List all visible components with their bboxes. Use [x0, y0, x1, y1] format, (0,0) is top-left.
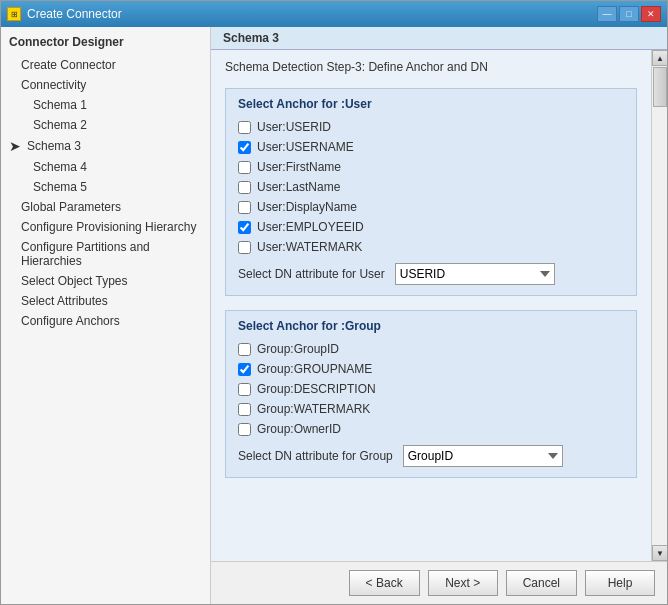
checkbox-user-lastname-label: User:LastName	[257, 180, 340, 194]
checkbox-user-username: User:USERNAME	[238, 139, 624, 155]
sidebar-item-label: Select Object Types	[21, 274, 128, 288]
sidebar-item-label: Schema 5	[33, 180, 87, 194]
group-dn-select[interactable]: GroupID GROUPNAME DESCRIPTION WATERMARK …	[403, 445, 563, 467]
next-button[interactable]: Next >	[428, 570, 498, 596]
user-section-title: Select Anchor for :User	[238, 97, 624, 111]
sidebar-item-schema-1[interactable]: Schema 1	[1, 95, 210, 115]
main-panel: Schema 3 Schema Detection Step-3: Define…	[211, 27, 667, 604]
footer: < Back Next > Cancel Help	[211, 561, 667, 604]
scroll-down-button[interactable]: ▼	[652, 545, 667, 561]
minimize-button[interactable]: —	[597, 6, 617, 22]
group-section-title: Select Anchor for :Group	[238, 319, 624, 333]
sidebar-item-configure-partitions[interactable]: Configure Partitions and Hierarchies	[1, 237, 210, 271]
checkbox-user-displayname-label: User:DisplayName	[257, 200, 357, 214]
checkbox-user-userid: User:USERID	[238, 119, 624, 135]
sidebar-header: Connector Designer	[1, 31, 210, 55]
sidebar-item-label: Schema 4	[33, 160, 87, 174]
checkbox-group-groupid-label: Group:GroupID	[257, 342, 339, 356]
sidebar-item-label: Configure Anchors	[21, 314, 120, 328]
checkbox-user-watermark: User:WATERMARK	[238, 239, 624, 255]
panel-header: Schema 3	[211, 27, 667, 50]
content-area: Connector Designer Create Connector Conn…	[1, 27, 667, 604]
sidebar-item-schema-3[interactable]: ➤ Schema 3	[1, 135, 210, 157]
checkbox-user-firstname-input[interactable]	[238, 161, 251, 174]
checkbox-user-userid-input[interactable]	[238, 121, 251, 134]
sidebar-item-schema-5[interactable]: Schema 5	[1, 177, 210, 197]
panel-content-wrapper: Schema Detection Step-3: Define Anchor a…	[211, 50, 667, 561]
checkbox-group-description-label: Group:DESCRIPTION	[257, 382, 376, 396]
window-title: Create Connector	[27, 7, 122, 21]
sidebar-item-global-parameters[interactable]: Global Parameters	[1, 197, 210, 217]
checkbox-user-watermark-input[interactable]	[238, 241, 251, 254]
sidebar-item-configure-provisioning[interactable]: Configure Provisioning Hierarchy	[1, 217, 210, 237]
checkbox-group-groupname-label: Group:GROUPNAME	[257, 362, 372, 376]
sidebar-item-label: Schema 2	[33, 118, 87, 132]
checkbox-group-watermark-label: Group:WATERMARK	[257, 402, 370, 416]
checkbox-group-groupname: Group:GROUPNAME	[238, 361, 624, 377]
checkbox-user-firstname: User:FirstName	[238, 159, 624, 175]
checkbox-group-ownerid-label: Group:OwnerID	[257, 422, 341, 436]
user-anchor-section: Select Anchor for :User User:USERID User…	[225, 88, 637, 296]
checkbox-user-employeeid: User:EMPLOYEEID	[238, 219, 624, 235]
checkbox-user-displayname-input[interactable]	[238, 201, 251, 214]
sidebar-item-label: Select Attributes	[21, 294, 108, 308]
checkbox-group-groupname-input[interactable]	[238, 363, 251, 376]
sidebar-item-create-connector[interactable]: Create Connector	[1, 55, 210, 75]
group-anchor-section: Select Anchor for :Group Group:GroupID G…	[225, 310, 637, 478]
group-dn-row: Select DN attribute for Group GroupID GR…	[238, 445, 624, 467]
panel-content: Schema Detection Step-3: Define Anchor a…	[211, 50, 651, 561]
title-bar-left: ⊞ Create Connector	[7, 7, 122, 21]
cancel-button[interactable]: Cancel	[506, 570, 577, 596]
user-dn-row: Select DN attribute for User USERID USER…	[238, 263, 624, 285]
scroll-track-mid	[652, 66, 667, 545]
title-bar-controls: — □ ✕	[597, 6, 661, 22]
sidebar: Connector Designer Create Connector Conn…	[1, 27, 211, 604]
sidebar-item-select-attributes[interactable]: Select Attributes	[1, 291, 210, 311]
title-bar: ⊞ Create Connector — □ ✕	[1, 1, 667, 27]
scroll-thumb[interactable]	[653, 67, 667, 107]
help-button[interactable]: Help	[585, 570, 655, 596]
checkbox-user-userid-label: User:USERID	[257, 120, 331, 134]
checkbox-group-description: Group:DESCRIPTION	[238, 381, 624, 397]
sidebar-item-label: Configure Provisioning Hierarchy	[21, 220, 196, 234]
sidebar-item-label: Schema 1	[33, 98, 87, 112]
maximize-button[interactable]: □	[619, 6, 639, 22]
checkbox-group-watermark: Group:WATERMARK	[238, 401, 624, 417]
scrollbar[interactable]: ▲ ▼	[651, 50, 667, 561]
sidebar-item-schema-4[interactable]: Schema 4	[1, 157, 210, 177]
checkbox-user-lastname-input[interactable]	[238, 181, 251, 194]
sidebar-item-label: Global Parameters	[21, 200, 121, 214]
checkbox-user-firstname-label: User:FirstName	[257, 160, 341, 174]
app-icon: ⊞	[7, 7, 21, 21]
sidebar-item-label: Connectivity	[21, 78, 86, 92]
checkbox-user-lastname: User:LastName	[238, 179, 624, 195]
checkbox-group-groupid: Group:GroupID	[238, 341, 624, 357]
close-button[interactable]: ✕	[641, 6, 661, 22]
current-arrow-icon: ➤	[9, 138, 21, 154]
checkbox-user-username-label: User:USERNAME	[257, 140, 354, 154]
checkbox-user-displayname: User:DisplayName	[238, 199, 624, 215]
sidebar-item-select-object-types[interactable]: Select Object Types	[1, 271, 210, 291]
sidebar-item-label: Schema 3	[27, 139, 81, 153]
checkbox-group-ownerid-input[interactable]	[238, 423, 251, 436]
sidebar-item-connectivity[interactable]: Connectivity	[1, 75, 210, 95]
checkbox-user-employeeid-input[interactable]	[238, 221, 251, 234]
main-window: ⊞ Create Connector — □ ✕ Connector Desig…	[0, 0, 668, 605]
checkbox-user-employeeid-label: User:EMPLOYEEID	[257, 220, 364, 234]
checkbox-group-ownerid: Group:OwnerID	[238, 421, 624, 437]
checkbox-group-groupid-input[interactable]	[238, 343, 251, 356]
checkbox-user-watermark-label: User:WATERMARK	[257, 240, 362, 254]
sidebar-item-schema-2[interactable]: Schema 2	[1, 115, 210, 135]
group-dn-label: Select DN attribute for Group	[238, 449, 393, 463]
checkbox-group-watermark-input[interactable]	[238, 403, 251, 416]
checkbox-user-username-input[interactable]	[238, 141, 251, 154]
sidebar-item-label: Create Connector	[21, 58, 116, 72]
step-title: Schema Detection Step-3: Define Anchor a…	[225, 60, 637, 74]
sidebar-item-configure-anchors[interactable]: Configure Anchors	[1, 311, 210, 331]
sidebar-item-label: Configure Partitions and Hierarchies	[21, 240, 202, 268]
user-dn-label: Select DN attribute for User	[238, 267, 385, 281]
user-dn-select[interactable]: USERID USERNAME FirstName LastName Displ…	[395, 263, 555, 285]
checkbox-group-description-input[interactable]	[238, 383, 251, 396]
back-button[interactable]: < Back	[349, 570, 420, 596]
scroll-up-button[interactable]: ▲	[652, 50, 667, 66]
